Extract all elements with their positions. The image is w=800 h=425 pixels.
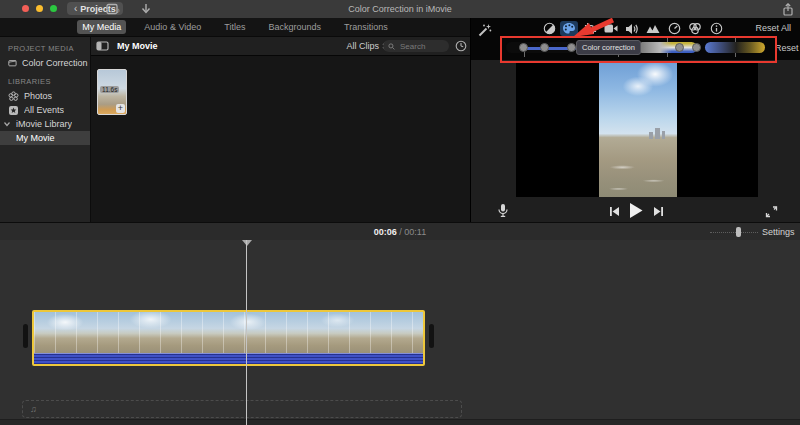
temperature-handle[interactable] <box>692 43 701 52</box>
horizon-building <box>662 131 665 139</box>
background-music-well[interactable]: ♫ <box>22 400 462 418</box>
media-browser: My Movie All Clips 11.6s + <box>90 36 471 223</box>
voiceover-mic-icon[interactable] <box>497 203 509 218</box>
sidebar-item-project[interactable]: Color Correction in… <box>0 56 90 70</box>
clip-audio-waveform <box>34 353 423 364</box>
sidebar-item-all-events[interactable]: All Events <box>0 103 90 117</box>
search-input[interactable] <box>398 41 444 52</box>
media-browser-header: My Movie All Clips <box>91 37 471 56</box>
clip-trim-handle-left[interactable] <box>23 324 28 348</box>
saturation-handle[interactable] <box>675 43 684 52</box>
timeline-bottom-strip <box>0 419 800 425</box>
temperature-slider[interactable] <box>705 42 765 53</box>
clip-trim-handle-right[interactable] <box>429 324 434 348</box>
all-events-star-icon <box>8 105 19 116</box>
tab-my-media[interactable]: My Media <box>77 20 126 34</box>
preview-video <box>599 62 677 197</box>
timeline-zoom-slider[interactable] <box>710 227 758 237</box>
reset-all-button[interactable]: Reset All <box>755 23 791 33</box>
reset-button[interactable]: Reset <box>775 43 799 53</box>
horizon-building <box>655 128 660 139</box>
viewer-panel: Reset All Color correction Reset <box>470 18 800 222</box>
panel-toggle-icon[interactable] <box>96 41 109 51</box>
saturation-slider[interactable] <box>637 42 697 53</box>
sidebar-item-label: My Movie <box>16 133 55 143</box>
time-display: 00:06 / 00:11 <box>0 227 800 237</box>
media-browser-title: My Movie <box>117 41 158 51</box>
color-balance-icon[interactable] <box>540 21 558 36</box>
add-to-timeline-button[interactable]: + <box>116 104 125 113</box>
horizon-building <box>649 132 653 139</box>
fullscreen-icon[interactable] <box>765 205 778 218</box>
sidebar-item-imovie-library[interactable]: iMovie Library <box>0 117 90 131</box>
playhead-marker[interactable] <box>242 240 252 246</box>
current-time: 00:06 <box>374 227 397 237</box>
color-correction-icon[interactable] <box>560 21 578 36</box>
tab-transitions[interactable]: Transitions <box>339 20 393 34</box>
sidebar-item-label: Photos <box>24 91 52 101</box>
media-tab-bar: My Media Audio & Video Titles Background… <box>0 18 470 36</box>
libraries-sidebar: PROJECT MEDIA Color Correction in… LIBRA… <box>0 36 90 223</box>
filmstrip-icon <box>8 58 17 68</box>
color-correction-tooltip: Color correction <box>576 40 641 55</box>
clip-duration-badge: 11.6s <box>100 86 119 93</box>
search-field[interactable] <box>383 40 449 52</box>
timeline-clip[interactable] <box>32 310 425 366</box>
shadows-handle[interactable] <box>519 43 528 52</box>
timeline-header: 00:06 / 00:11 Settings <box>0 222 800 242</box>
tab-audio-video[interactable]: Audio & Video <box>139 20 206 34</box>
sidebar-item-label: iMovie Library <box>16 119 72 129</box>
next-frame-button[interactable] <box>653 206 664 217</box>
speed-icon[interactable] <box>665 21 683 36</box>
share-icon[interactable] <box>782 3 794 16</box>
enhance-wand-icon[interactable] <box>477 23 492 38</box>
search-icon <box>388 42 395 51</box>
previous-frame-button[interactable] <box>609 206 620 217</box>
time-separator: / <box>399 227 402 237</box>
sidebar-item-photos[interactable]: Photos <box>0 89 90 103</box>
photos-flower-icon <box>8 91 19 102</box>
clip-size-icon[interactable] <box>455 40 467 52</box>
crop-icon[interactable] <box>581 21 599 36</box>
stabilization-camera-icon[interactable] <box>602 21 620 36</box>
timeline-settings-button[interactable]: Settings <box>762 227 795 237</box>
zoom-slider-ticks <box>710 232 758 233</box>
tab-backgrounds[interactable]: Backgrounds <box>263 20 326 34</box>
playhead-line[interactable] <box>246 240 247 425</box>
sidebar-item-label: All Events <box>24 105 64 115</box>
play-button[interactable] <box>628 202 644 219</box>
slider-tick <box>524 52 525 57</box>
music-note-icon: ♫ <box>30 404 37 414</box>
noise-reduction-icon[interactable] <box>644 21 662 36</box>
window-title: Color Correction in iMovie <box>0 4 800 14</box>
clip-filter-icon[interactable] <box>686 21 704 36</box>
sidebar-item-label: Color Correction in… <box>22 58 90 68</box>
highlights-handle[interactable] <box>567 43 576 52</box>
all-clips-label: All Clips <box>346 41 379 51</box>
clip-filmstrip <box>34 312 423 353</box>
total-time: 00:11 <box>404 227 426 237</box>
volume-icon[interactable] <box>623 21 641 36</box>
imovie-window: ‹ Projects ♪ Color Correction in iMovie … <box>0 0 800 425</box>
info-icon[interactable] <box>707 21 725 36</box>
brightness-handle[interactable] <box>540 43 549 52</box>
libraries-header: LIBRARIES <box>0 70 90 89</box>
title-bar: ‹ Projects ♪ Color Correction in iMovie <box>0 0 800 19</box>
zoom-slider-handle[interactable] <box>736 227 741 237</box>
media-clip-thumbnail[interactable]: 11.6s + <box>97 69 127 115</box>
project-media-header: PROJECT MEDIA <box>0 37 90 56</box>
tab-titles[interactable]: Titles <box>219 20 250 34</box>
disclosure-chevron-icon <box>3 120 11 128</box>
sidebar-item-my-movie[interactable]: My Movie <box>0 131 90 145</box>
